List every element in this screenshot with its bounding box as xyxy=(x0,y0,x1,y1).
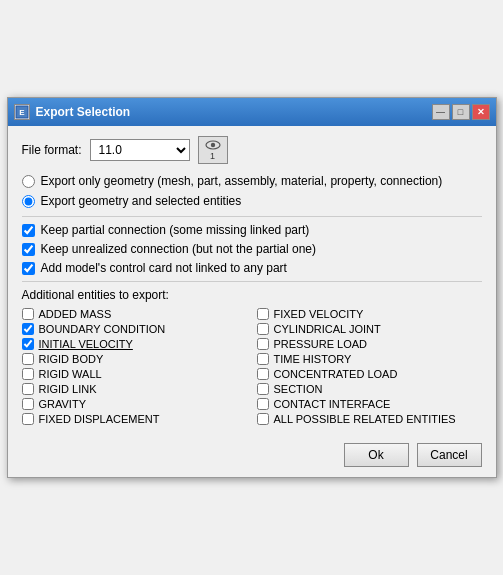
entity-rigid-wall-label: RIGID WALL xyxy=(39,368,102,380)
maximize-button[interactable]: □ xyxy=(452,104,470,120)
dialog-title: Export Selection xyxy=(36,105,131,119)
keep-unrealized-checkbox[interactable] xyxy=(22,243,35,256)
entity-boundary-condition: BOUNDARY CONDITION xyxy=(22,323,247,335)
entity-rigid-link: RIGID LINK xyxy=(22,383,247,395)
minimize-button[interactable]: — xyxy=(432,104,450,120)
keep-unrealized-label: Keep unrealized connection (but not the … xyxy=(41,242,317,256)
entity-time-history-checkbox[interactable] xyxy=(257,353,269,365)
entity-cylindrical-joint-checkbox[interactable] xyxy=(257,323,269,335)
keep-partial-checkbox[interactable] xyxy=(22,224,35,237)
entity-rigid-wall: RIGID WALL xyxy=(22,368,247,380)
entity-pressure-load-label: PRESSURE LOAD xyxy=(274,338,368,350)
divider-2 xyxy=(22,281,482,282)
entity-concentrated-load-label: CONCENTRATED LOAD xyxy=(274,368,398,380)
entity-section-label: SECTION xyxy=(274,383,323,395)
title-bar-left: E Export Selection xyxy=(14,104,131,120)
entities-section-label: Additional entities to export: xyxy=(22,288,482,302)
entity-initial-velocity: INITIAL VELOCITY xyxy=(22,338,247,350)
entity-added-mass-label: ADDED MASS xyxy=(39,308,112,320)
entity-all-possible-checkbox[interactable] xyxy=(257,413,269,425)
radio-geometry-selected: Export geometry and selected entities xyxy=(22,194,482,208)
radio-geometry-only-input[interactable] xyxy=(22,175,35,188)
entity-gravity-label: GRAVITY xyxy=(39,398,86,410)
keep-partial-row: Keep partial connection (some missing li… xyxy=(22,223,482,237)
eye-button[interactable]: 1 xyxy=(198,136,228,164)
entity-fixed-velocity: FIXED VELOCITY xyxy=(257,308,482,320)
entity-all-possible: ALL POSSIBLE RELATED ENTITIES xyxy=(257,413,482,425)
entity-initial-velocity-checkbox[interactable] xyxy=(22,338,34,350)
entity-cylindrical-joint-label: CYLINDRICAL JOINT xyxy=(274,323,381,335)
close-button[interactable]: ✕ xyxy=(472,104,490,120)
entity-section-checkbox[interactable] xyxy=(257,383,269,395)
entity-fixed-velocity-checkbox[interactable] xyxy=(257,308,269,320)
format-select[interactable]: 11.0 xyxy=(90,139,190,161)
entity-initial-velocity-label: INITIAL VELOCITY xyxy=(39,338,133,350)
entity-pressure-load: PRESSURE LOAD xyxy=(257,338,482,350)
entity-contact-interface: CONTACT INTERFACE xyxy=(257,398,482,410)
add-control-card-row: Add model's control card not linked to a… xyxy=(22,261,482,275)
radio-geometry-only-label: Export only geometry (mesh, part, assemb… xyxy=(41,174,443,188)
entity-rigid-link-checkbox[interactable] xyxy=(22,383,34,395)
eye-icon xyxy=(205,140,221,150)
entity-added-mass-checkbox[interactable] xyxy=(22,308,34,320)
entity-pressure-load-checkbox[interactable] xyxy=(257,338,269,350)
export-selection-dialog: E Export Selection — □ ✕ File format: 11… xyxy=(7,97,497,478)
entity-concentrated-load-checkbox[interactable] xyxy=(257,368,269,380)
entity-time-history: TIME HISTORY xyxy=(257,353,482,365)
entity-rigid-body-checkbox[interactable] xyxy=(22,353,34,365)
add-control-card-checkbox[interactable] xyxy=(22,262,35,275)
entity-rigid-link-label: RIGID LINK xyxy=(39,383,97,395)
entities-grid: ADDED MASS FIXED VELOCITY BOUNDARY CONDI… xyxy=(22,308,482,425)
entity-added-mass: ADDED MASS xyxy=(22,308,247,320)
entity-gravity-checkbox[interactable] xyxy=(22,398,34,410)
title-buttons: — □ ✕ xyxy=(432,104,490,120)
entity-fixed-velocity-label: FIXED VELOCITY xyxy=(274,308,364,320)
divider-1 xyxy=(22,216,482,217)
entity-fixed-displacement-checkbox[interactable] xyxy=(22,413,34,425)
entity-rigid-body: RIGID BODY xyxy=(22,353,247,365)
radio-geometry-selected-input[interactable] xyxy=(22,195,35,208)
entity-fixed-displacement-label: FIXED DISPLACEMENT xyxy=(39,413,160,425)
entity-contact-interface-label: CONTACT INTERFACE xyxy=(274,398,391,410)
format-label: File format: xyxy=(22,143,82,157)
entity-rigid-body-label: RIGID BODY xyxy=(39,353,104,365)
dialog-body: File format: 11.0 1 Export only geometry… xyxy=(8,126,496,477)
radio-geometry-selected-label: Export geometry and selected entities xyxy=(41,194,242,208)
entity-gravity: GRAVITY xyxy=(22,398,247,410)
add-control-card-label: Add model's control card not linked to a… xyxy=(41,261,287,275)
format-row: File format: 11.0 1 xyxy=(22,136,482,164)
ok-button[interactable]: Ok xyxy=(344,443,409,467)
entity-cylindrical-joint: CYLINDRICAL JOINT xyxy=(257,323,482,335)
eye-label: 1 xyxy=(210,151,215,161)
export-options-group: Export only geometry (mesh, part, assemb… xyxy=(22,174,482,208)
button-row: Ok Cancel xyxy=(22,437,482,467)
entity-section: SECTION xyxy=(257,383,482,395)
keep-unrealized-row: Keep unrealized connection (but not the … xyxy=(22,242,482,256)
entity-boundary-condition-checkbox[interactable] xyxy=(22,323,34,335)
radio-geometry-only: Export only geometry (mesh, part, assemb… xyxy=(22,174,482,188)
keep-partial-label: Keep partial connection (some missing li… xyxy=(41,223,310,237)
entity-time-history-label: TIME HISTORY xyxy=(274,353,352,365)
svg-text:E: E xyxy=(19,108,25,117)
entity-rigid-wall-checkbox[interactable] xyxy=(22,368,34,380)
title-bar: E Export Selection — □ ✕ xyxy=(8,98,496,126)
entity-concentrated-load: CONCENTRATED LOAD xyxy=(257,368,482,380)
svg-point-3 xyxy=(210,142,214,146)
dialog-icon: E xyxy=(14,104,30,120)
entity-boundary-condition-label: BOUNDARY CONDITION xyxy=(39,323,166,335)
cancel-button[interactable]: Cancel xyxy=(417,443,482,467)
entity-all-possible-label: ALL POSSIBLE RELATED ENTITIES xyxy=(274,413,456,425)
entity-fixed-displacement: FIXED DISPLACEMENT xyxy=(22,413,247,425)
entity-contact-interface-checkbox[interactable] xyxy=(257,398,269,410)
